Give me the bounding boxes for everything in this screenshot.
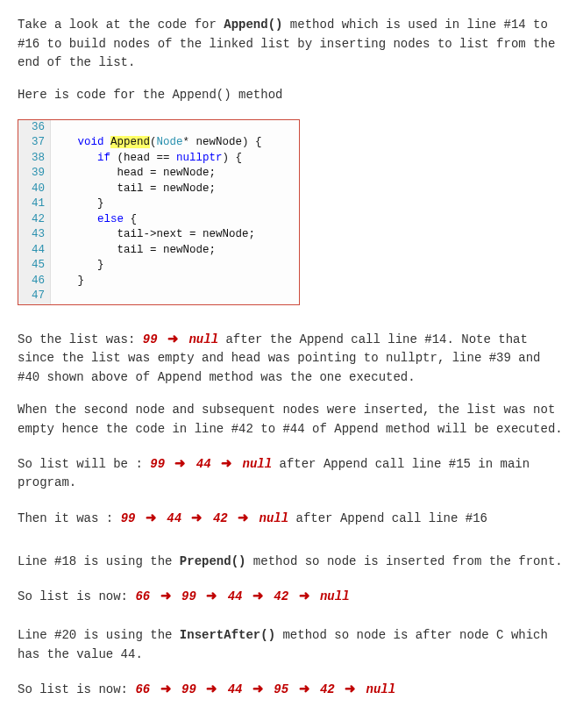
code-line: tail = newNode; [51, 182, 299, 197]
paragraph-list-insertafter: So list is now: 66 ➜ 99 ➜ 44 ➜ 95 ➜ 42 ➜… [18, 678, 565, 700]
list-node-value: 99 [121, 511, 136, 525]
line-number: 39 [18, 166, 51, 182]
code-line: } [51, 196, 299, 212]
paragraph-after-16: Then it was : 99 ➜ 44 ➜ 42 ➜ null after … [18, 507, 565, 529]
arrow-icon: ➜ [218, 453, 235, 473]
list-node-value: 99 [181, 682, 196, 696]
code-line: else { [51, 212, 299, 228]
code-snippet-append: 3637 void Append(Node* newNode) {38 if (… [18, 119, 300, 305]
list-node-value: 66 [135, 589, 150, 603]
list-node-value: 42 [213, 511, 228, 525]
arrow-icon: ➜ [143, 507, 160, 527]
line-number: 43 [18, 227, 51, 243]
text: So list is now: [18, 682, 135, 696]
text: Take a look at the code for [18, 18, 224, 32]
list-node-value: 66 [135, 682, 150, 696]
list-node-value: 95 [274, 682, 288, 696]
list-node-value: 42 [274, 589, 288, 603]
arrow-icon: ➜ [165, 328, 181, 348]
list-node-value: 44 [196, 457, 211, 471]
line-number: 37 [18, 135, 51, 151]
null-terminator: null [320, 589, 350, 603]
line-number: 47 [18, 289, 51, 304]
list-node-value: 44 [167, 511, 181, 525]
arrow-icon: ➜ [250, 585, 267, 605]
paragraph-after-14: So the list was: 99 ➜ null after the App… [18, 328, 565, 388]
arrow-icon: ➜ [188, 507, 205, 527]
text: after Append call line #16 [288, 511, 487, 525]
arrow-icon: ➜ [203, 678, 220, 698]
line-number: 44 [18, 243, 51, 259]
list-node-value: 42 [320, 682, 335, 696]
null-terminator: null [188, 332, 218, 346]
text: Line #20 is using the [18, 628, 180, 642]
line-number: 42 [18, 212, 51, 228]
line-number: 41 [18, 196, 51, 212]
arrow-icon: ➜ [235, 507, 252, 527]
code-line: } [51, 258, 299, 274]
line-number: 40 [18, 182, 51, 197]
line-number: 36 [18, 120, 51, 136]
method-name: Append() [224, 18, 282, 32]
code-line: tail = newNode; [51, 243, 299, 259]
list-sequence: 99 ➜ 44 ➜ null [150, 457, 272, 471]
list-sequence: 66 ➜ 99 ➜ 44 ➜ 42 ➜ null [135, 589, 349, 603]
arrow-icon: ➜ [203, 585, 220, 605]
code-line [51, 289, 299, 304]
list-node-value: 44 [228, 682, 243, 696]
list-sequence: 99 ➜ null [143, 332, 218, 346]
text: So list is now: [18, 589, 135, 603]
line-number: 38 [18, 151, 51, 167]
code-line [51, 120, 299, 136]
list-node-value: 99 [181, 589, 196, 603]
arrow-icon: ➜ [158, 678, 174, 698]
arrow-icon: ➜ [296, 678, 313, 698]
paragraph-prepend: Line #18 is using the Prepend() method s… [18, 553, 565, 572]
list-node-value: 99 [150, 457, 165, 471]
arrow-icon: ➜ [342, 678, 359, 698]
arrow-icon: ➜ [250, 678, 267, 698]
paragraph-intro: Take a look at the code for Append() met… [18, 16, 565, 73]
list-sequence: 99 ➜ 44 ➜ 42 ➜ null [121, 511, 288, 525]
arrow-icon: ➜ [172, 453, 188, 473]
method-name: Prepend() [180, 554, 246, 568]
text: So the list was: [18, 332, 143, 346]
text: method so node is inserted from the fron… [245, 554, 562, 568]
paragraph-insertafter: Line #20 is using the InsertAfter() meth… [18, 626, 565, 664]
code-line: if (head == nullptr) { [51, 151, 299, 167]
text: So list will be : [18, 457, 150, 471]
arrow-icon: ➜ [296, 585, 313, 605]
line-number: 46 [18, 274, 51, 289]
null-terminator: null [366, 682, 396, 696]
code-line: tail->next = newNode; [51, 227, 299, 243]
list-node-value: 44 [228, 589, 243, 603]
code-line: } [51, 274, 299, 289]
list-sequence: 66 ➜ 99 ➜ 44 ➜ 95 ➜ 42 ➜ null [135, 682, 395, 696]
paragraph-else-branch: When the second node and subsequent node… [18, 401, 565, 439]
paragraph-code-header: Here is code for the Append() method [18, 86, 565, 105]
text: Line #18 is using the [18, 554, 180, 568]
code-line: head = newNode; [51, 166, 299, 182]
null-terminator: null [260, 511, 289, 525]
paragraph-after-15: So list will be : 99 ➜ 44 ➜ null after A… [18, 453, 565, 493]
text: Then it was : [18, 511, 121, 525]
arrow-icon: ➜ [158, 585, 174, 605]
null-terminator: null [242, 457, 272, 471]
paragraph-list-prepend: So list is now: 66 ➜ 99 ➜ 44 ➜ 42 ➜ null [18, 585, 565, 607]
list-node-value: 99 [143, 332, 158, 346]
line-number: 45 [18, 258, 51, 274]
code-line: void Append(Node* newNode) { [51, 135, 299, 151]
method-name: InsertAfter() [180, 628, 275, 642]
